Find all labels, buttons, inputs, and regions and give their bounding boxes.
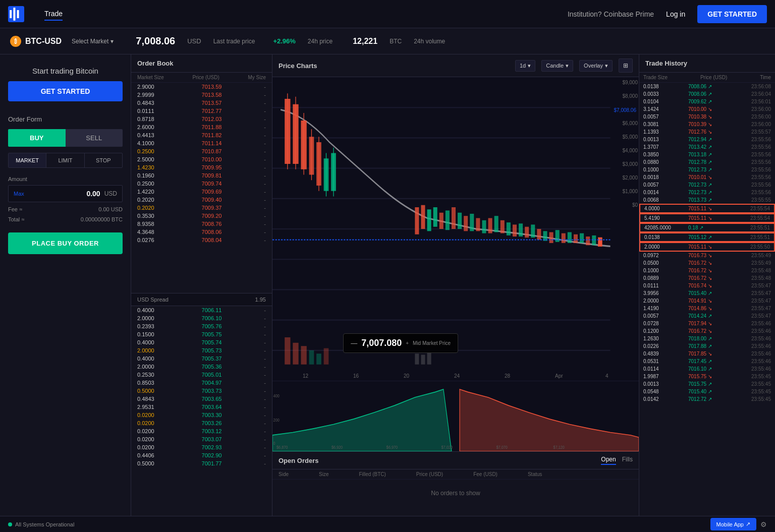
max-link[interactable]: Max	[14, 191, 24, 197]
table-row[interactable]: 0.5000 7001.77 -	[131, 459, 272, 467]
list-item[interactable]: 0.0033 7008.06 ↗ 23:56:04	[639, 90, 775, 98]
table-row[interactable]: 2.5000 7010.00 -	[131, 155, 272, 163]
table-row[interactable]: 1.4230 7009.95 -	[131, 163, 272, 171]
table-row[interactable]: 0.4843 7013.57 -	[131, 99, 272, 107]
list-item[interactable]: 0.0018 7010.01 ↘ 23:55:56	[639, 173, 775, 181]
timeframe-dropdown[interactable]: 1d ▾	[515, 60, 535, 72]
sell-tab[interactable]: SELL	[66, 129, 123, 147]
table-row[interactable]: 4.3648 7008.06 -	[131, 228, 272, 236]
get-started-sidebar-button[interactable]: GET STARTED	[8, 81, 123, 101]
table-row[interactable]: 0.0200 7003.30 -	[131, 411, 272, 419]
list-item[interactable]: 0.1200 7016.72 ↘ 23:55:46	[639, 327, 775, 335]
list-item[interactable]: 0.3081 7010.39 ↘ 23:56:00	[639, 121, 775, 128]
table-row[interactable]: 0.0200 7003.26 -	[131, 419, 272, 427]
list-item[interactable]: 42085.0000 0.18 ↗ 23:55:51	[639, 223, 775, 232]
list-item[interactable]: 0.0104 7009.62 ↗ 23:56:01	[639, 98, 775, 105]
list-item[interactable]: 0.0728 7017.94 ↘ 23:55:46	[639, 320, 775, 327]
institution-link[interactable]: Institution? Coinbase Prime	[568, 10, 654, 18]
list-item[interactable]: 5.4190 7015.11 ↘ 23:55:54	[639, 213, 775, 223]
list-item[interactable]: 0.0548 7015.40 ↗ 23:55:45	[639, 388, 775, 395]
table-row[interactable]: 0.4406 7002.90 -	[131, 451, 272, 459]
table-row[interactable]: 0.1960 7009.81 -	[131, 171, 272, 180]
coinbase-logo[interactable]	[8, 6, 24, 22]
overlay-dropdown[interactable]: Overlay ▾	[579, 60, 613, 72]
list-item[interactable]: 0.0013 7015.75 ↗ 23:55:45	[639, 380, 775, 388]
table-row[interactable]: 0.4413 7011.82 -	[131, 131, 272, 139]
table-row[interactable]: 0.3530 7009.20 -	[131, 212, 272, 220]
limit-tab[interactable]: LIMIT	[46, 153, 84, 167]
table-row[interactable]: 0.4000 7005.74 -	[131, 338, 272, 346]
list-item[interactable]: 0.0138 7015.12 ↗ 23:55:51	[639, 232, 775, 242]
list-item[interactable]: 0.0014 7012.73 ↗ 23:55:56	[639, 189, 775, 196]
list-item[interactable]: 0.0111 7016.74 ↘ 23:55:47	[639, 282, 775, 289]
list-item[interactable]: 0.0500 7016.72 ↘ 23:55:49	[639, 259, 775, 267]
list-item[interactable]: 1.9987 7015.75 ↘ 23:55:45	[639, 373, 775, 380]
table-row[interactable]: 2.0000 7005.36 -	[131, 363, 272, 371]
mobile-app-button[interactable]: Mobile App ↗	[710, 518, 756, 530]
settings-button[interactable]: ⚙	[760, 520, 767, 528]
candle-dropdown[interactable]: Candle ▾	[541, 60, 573, 72]
list-item[interactable]: 4.0000 7015.11 ↘ 23:55:54	[639, 204, 775, 213]
table-row[interactable]: 0.2500 7009.74 -	[131, 180, 272, 188]
list-item[interactable]: 1.1393 7012.76 ↘ 23:55:57	[639, 128, 775, 136]
list-item[interactable]: 0.0057 7010.38 ↘ 23:56:00	[639, 113, 775, 121]
list-item[interactable]: 0.1000 7016.72 ↘ 23:55:48	[639, 267, 775, 274]
market-tab[interactable]: MARKET	[9, 153, 46, 167]
nav-trade[interactable]: Trade	[44, 8, 63, 21]
list-item[interactable]: 0.0972 7016.73 ↘ 23:55:49	[639, 252, 775, 259]
table-row[interactable]: 0.0276 7008.04 -	[131, 236, 272, 244]
list-item[interactable]: 1.3707 7013.42 ↗ 23:55:56	[639, 143, 775, 151]
table-row[interactable]: 2.9000 7013.59 -	[131, 83, 272, 91]
select-market-button[interactable]: Select Market ▾	[72, 38, 114, 45]
list-item[interactable]: 0.0057 7012.73 ↗ 23:55:56	[639, 181, 775, 189]
table-row[interactable]: 0.8503 7004.97 -	[131, 379, 272, 387]
list-item[interactable]: 0.0531 7017.45 ↗ 23:55:46	[639, 358, 775, 365]
list-item[interactable]: 0.0226 7017.88 ↗ 23:55:46	[639, 342, 775, 350]
table-row[interactable]: 2.9999 7013.58 -	[131, 91, 272, 99]
table-row[interactable]: 4.1000 7011.14 -	[131, 139, 272, 147]
list-item[interactable]: 0.0013 7012.94 ↗ 23:55:56	[639, 136, 775, 143]
table-row[interactable]: 0.0200 7003.07 -	[131, 435, 272, 443]
list-item[interactable]: 1.4190 7014.86 ↘ 23:55:47	[639, 305, 775, 312]
table-row[interactable]: 0.8718 7012.03 -	[131, 115, 272, 123]
table-row[interactable]: 0.5000 7003.73 -	[131, 387, 272, 395]
table-row[interactable]: 2.9531 7003.64 -	[131, 403, 272, 411]
list-item[interactable]: 3.1424 7010.00 ↘ 23:56:00	[639, 105, 775, 113]
table-row[interactable]: 2.0000 7006.10 -	[131, 314, 272, 322]
chart-settings-button[interactable]: ⊞	[619, 58, 633, 73]
table-row[interactable]: 0.1500 7005.75 -	[131, 330, 272, 338]
list-item[interactable]: 0.0068 7013.73 ↗ 23:55:55	[639, 196, 775, 204]
list-item[interactable]: 0.0138 7008.06 ↗ 23:56:08	[639, 83, 775, 90]
amount-input[interactable]: Max 0.00 USD	[8, 185, 123, 202]
table-row[interactable]: 0.0200 7003.12 -	[131, 427, 272, 435]
open-tab[interactable]: Open	[601, 456, 616, 465]
login-button[interactable]: Log in	[666, 10, 685, 18]
list-item[interactable]: 0.0114 7016.10 ↗ 23:55:46	[639, 365, 775, 373]
get-started-nav-button[interactable]: GET STARTED	[697, 5, 767, 23]
list-item[interactable]: 0.0880 7012.78 ↗ 23:55:56	[639, 158, 775, 166]
fills-tab[interactable]: Fills	[622, 456, 633, 465]
list-item[interactable]: 0.1000 7012.73 ↗ 23:55:56	[639, 166, 775, 173]
table-row[interactable]: 0.0111 7012.77 -	[131, 107, 272, 115]
table-row[interactable]: 0.2020 7009.40 -	[131, 196, 272, 204]
table-row[interactable]: 1.4220 7009.69 -	[131, 188, 272, 196]
table-row[interactable]: 0.4000 7005.37 -	[131, 354, 272, 363]
list-item[interactable]: 2.0000 7015.11 ↘ 23:55:50	[639, 242, 775, 252]
table-row[interactable]: 0.2020 7009.37 -	[131, 204, 272, 212]
list-item[interactable]: 0.3850 7013.18 ↗ 23:55:56	[639, 151, 775, 158]
table-row[interactable]: 0.4000 7006.11 -	[131, 306, 272, 314]
list-item[interactable]: 0.0057 7014.24 ↗ 23:55:47	[639, 312, 775, 320]
list-item[interactable]: 3.9956 7015.40 ↗ 23:55:47	[639, 289, 775, 297]
table-row[interactable]: 2.0000 7005.73 -	[131, 346, 272, 354]
table-row[interactable]: 0.0200 7002.93 -	[131, 443, 272, 451]
list-item[interactable]: 0.4839 7017.85 ↘ 23:55:46	[639, 350, 775, 358]
stop-tab[interactable]: STOP	[85, 153, 122, 167]
table-row[interactable]: 0.2393 7005.76 -	[131, 322, 272, 330]
list-item[interactable]: 2.0000 7014.91 ↘ 23:55:47	[639, 297, 775, 305]
table-row[interactable]: 0.2500 7010.87 -	[131, 147, 272, 155]
list-item[interactable]: 0.0142 7012.72 ↗ 23:55:45	[639, 395, 775, 403]
table-row[interactable]: 8.9358 7008.76 -	[131, 220, 272, 228]
buy-tab[interactable]: BUY	[8, 129, 66, 147]
table-row[interactable]: 0.4843 7003.65 -	[131, 395, 272, 403]
table-row[interactable]: 2.6000 7011.88 -	[131, 123, 272, 131]
